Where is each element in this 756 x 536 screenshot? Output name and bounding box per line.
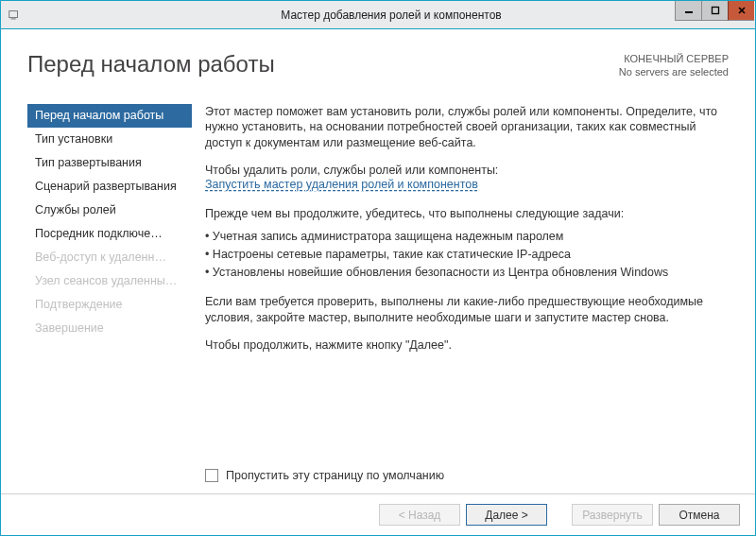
wizard-window: Мастер добавления ролей и компонентов Пе… bbox=[0, 0, 756, 536]
window-title: Мастер добавления ролей и компонентов bbox=[27, 9, 755, 22]
wizard-steps-nav: Перед началом работы Тип установки Тип р… bbox=[27, 104, 192, 462]
nav-step-confirmation: Подтверждение bbox=[27, 293, 192, 317]
nav-step-role-services[interactable]: Службы ролей bbox=[27, 199, 192, 222]
wizard-body: Перед началом работы КОНЕЧНЫЙ СЕРВЕР No … bbox=[1, 29, 755, 493]
back-button: < Назад bbox=[379, 504, 460, 526]
wizard-footer: < Назад Далее > Развернуть Отмена bbox=[1, 493, 755, 535]
nav-step-connection-broker[interactable]: Посредник подключе… bbox=[27, 222, 192, 246]
svg-rect-1 bbox=[11, 18, 16, 19]
prereq-item: Учетная запись администратора защищена н… bbox=[205, 228, 727, 246]
install-button: Развернуть bbox=[572, 504, 653, 526]
main-content: Этот мастер поможет вам установить роли,… bbox=[192, 104, 729, 462]
nav-step-completion: Завершение bbox=[27, 317, 192, 340]
svg-rect-3 bbox=[712, 8, 718, 14]
app-icon bbox=[1, 1, 27, 29]
svg-rect-0 bbox=[9, 10, 18, 17]
skip-row: Пропустить эту страницу по умолчанию bbox=[27, 469, 729, 482]
content-row: Перед началом работы Тип установки Тип р… bbox=[27, 104, 729, 462]
skip-checkbox[interactable] bbox=[205, 469, 218, 482]
cancel-button[interactable]: Отмена bbox=[659, 504, 740, 526]
skip-label: Пропустить эту страницу по умолчанию bbox=[226, 469, 444, 482]
remove-roles-link[interactable]: Запустить мастер удаления ролей и компон… bbox=[205, 178, 478, 192]
verify-text: Если вам требуется проверить, выполнены … bbox=[205, 294, 727, 326]
nav-step-deployment-type[interactable]: Тип развертывания bbox=[27, 151, 192, 175]
continue-text: Чтобы продолжить, нажмите кнопку "Далее"… bbox=[205, 337, 727, 354]
prereq-list: Учетная запись администратора защищена н… bbox=[205, 228, 727, 282]
page-title: Перед началом работы bbox=[27, 51, 275, 79]
intro-text: Этот мастер поможет вам установить роли,… bbox=[205, 104, 727, 152]
prereq-item: Установлены новейшие обновления безопасн… bbox=[205, 264, 727, 282]
nav-step-session-host: Узел сеансов удаленны… bbox=[27, 269, 192, 293]
prereq-lead-text: Прежде чем вы продолжите, убедитесь, что… bbox=[205, 206, 727, 222]
destination-server-info: КОНЕЧНЫЙ СЕРВЕР No servers are selected bbox=[619, 53, 729, 79]
window-controls bbox=[675, 1, 754, 22]
header-row: Перед началом работы КОНЕЧНЫЙ СЕРВЕР No … bbox=[27, 51, 729, 79]
minimize-button[interactable] bbox=[675, 1, 701, 21]
prereq-item: Настроены сетевые параметры, такие как с… bbox=[205, 246, 727, 264]
nav-step-installation-type[interactable]: Тип установки bbox=[27, 128, 192, 151]
maximize-button[interactable] bbox=[701, 1, 728, 21]
nav-step-deployment-scenario[interactable]: Сценарий развертывания bbox=[27, 175, 192, 199]
close-button[interactable] bbox=[728, 1, 754, 21]
nav-step-web-access: Веб-доступ к удаленн… bbox=[27, 246, 192, 269]
nav-step-before-you-begin[interactable]: Перед началом работы bbox=[27, 104, 192, 128]
server-status: No servers are selected bbox=[619, 66, 729, 79]
title-bar: Мастер добавления ролей и компонентов bbox=[1, 1, 755, 29]
server-label: КОНЕЧНЫЙ СЕРВЕР bbox=[619, 53, 729, 66]
next-button[interactable]: Далее > bbox=[466, 504, 547, 526]
